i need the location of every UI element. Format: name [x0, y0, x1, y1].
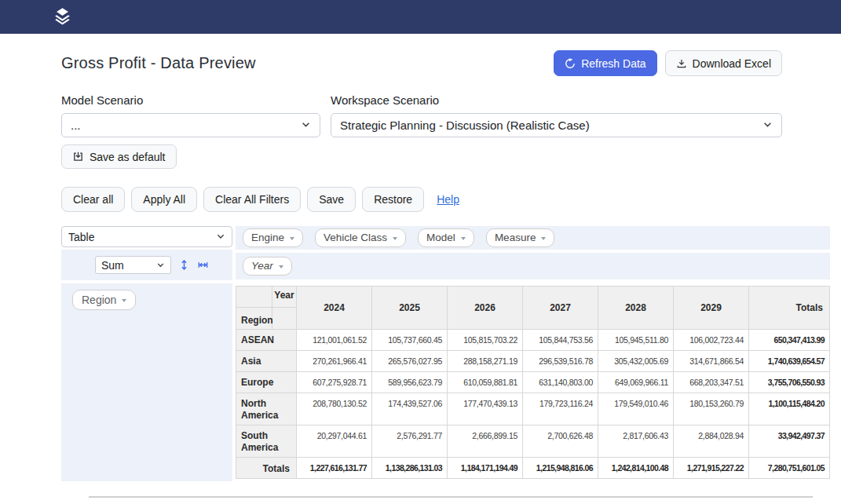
value-cell: 668,203,347.51 — [674, 372, 749, 393]
value-cell: 649,069,966.11 — [598, 372, 674, 393]
value-cell: 314,671,866.54 — [674, 351, 749, 372]
field-chip-region[interactable]: Region — [72, 290, 136, 310]
row-total-cell: 33,942,497.37 — [749, 425, 830, 458]
value-cell: 179,549,010.46 — [598, 393, 674, 425]
row-total-cell: 1,740,639,654.57 — [749, 351, 830, 372]
dropdown-arrow-icon — [279, 265, 283, 268]
column-total-cell: 1,138,286,131.03 — [372, 458, 448, 479]
column-total-cell: 1,184,171,194.49 — [448, 458, 523, 479]
chevron-down-icon — [156, 259, 165, 272]
bottom-divider — [89, 496, 813, 498]
column-header-2024: 2024 — [297, 287, 372, 330]
field-chip-year[interactable]: Year — [243, 257, 292, 276]
save-icon — [72, 151, 84, 163]
aggregator-select[interactable]: Sum — [95, 256, 171, 274]
download-excel-button[interactable]: Download Excel — [665, 50, 782, 76]
model-scenario-label: Model Scenario — [61, 93, 320, 107]
dropdown-arrow-icon — [393, 237, 397, 240]
save-button[interactable]: Save — [307, 187, 356, 212]
field-chip-engine[interactable]: Engine — [243, 228, 303, 247]
row-total-cell: 1,100,115,484.20 — [749, 393, 830, 425]
help-link[interactable]: Help — [437, 193, 459, 206]
workspace-scenario-field: Workspace Scenario Strategic Planning - … — [331, 93, 782, 137]
value-cell: 2,817,606.43 — [598, 425, 674, 458]
field-chip-label: Year — [251, 261, 273, 272]
row-header-europe: Europe — [236, 372, 297, 393]
refresh-data-button[interactable]: Refresh Data — [554, 50, 656, 76]
dropdown-arrow-icon — [290, 237, 294, 240]
row-header-south-america: South America — [236, 425, 297, 458]
workspace-scenario-select[interactable]: Strategic Planning - Discussion (Realist… — [331, 113, 782, 137]
pivot-output: EngineVehicle ClassModelMeasure Year Yea… — [236, 226, 830, 481]
value-cell: 305,432,005.69 — [598, 351, 674, 372]
clear-all-filters-button[interactable]: Clear All Filters — [203, 187, 301, 212]
pivot-corner-cell — [236, 287, 272, 308]
refresh-data-label: Refresh Data — [581, 57, 645, 70]
value-cell: 288,158,271.19 — [448, 351, 523, 372]
value-cell: 105,815,703.22 — [448, 330, 523, 351]
field-chip-label: Vehicle Class — [324, 232, 387, 243]
field-chip-model[interactable]: Model — [418, 228, 474, 247]
value-cell: 2,700,626.48 — [523, 425, 598, 458]
pivot-controls: Table Sum — [61, 226, 232, 481]
value-cell: 631,140,803.00 — [523, 372, 598, 393]
row-order-button[interactable] — [178, 259, 190, 271]
save-as-default-button[interactable]: Save as default — [61, 144, 177, 169]
download-icon — [676, 58, 687, 69]
field-chip-vehicle-class[interactable]: Vehicle Class — [315, 228, 406, 247]
renderer-value: Table — [68, 231, 94, 243]
grand-total-cell: 7,280,751,601.05 — [749, 458, 830, 479]
renderer-select[interactable]: Table — [61, 226, 232, 247]
row-header-asean: ASEAN — [236, 330, 297, 351]
field-chip-label: Measure — [495, 232, 536, 243]
value-cell: 121,001,061.52 — [297, 330, 372, 351]
model-scenario-field: Model Scenario ... — [61, 93, 320, 137]
filter-toolbar: Clear all Apply All Clear All Filters Sa… — [61, 187, 841, 212]
field-chip-label: Model — [426, 232, 455, 243]
value-cell: 2,884,028.94 — [674, 425, 749, 458]
value-cell: 105,737,660.45 — [372, 330, 448, 351]
title-row: Gross Profit - Data Preview Refresh Data — [61, 50, 782, 76]
value-cell: 208,780,130.52 — [297, 393, 372, 425]
model-scenario-select[interactable]: ... — [61, 113, 320, 137]
value-cell: 106,002,723.44 — [674, 330, 749, 351]
column-total-cell: 1,271,915,227.22 — [674, 458, 749, 479]
workspace-scenario-label: Workspace Scenario — [331, 93, 782, 107]
column-header-2027: 2027 — [523, 287, 598, 330]
totals-row-header: Totals — [236, 458, 297, 479]
chevron-down-icon — [216, 231, 225, 243]
row-total-cell: 650,347,413.99 — [749, 330, 830, 351]
download-excel-label: Download Excel — [693, 57, 771, 70]
value-cell: 105,945,511.80 — [598, 330, 674, 351]
col-order-button[interactable] — [197, 259, 209, 271]
pivot-builder: Table Sum — [61, 226, 829, 481]
column-header-2028: 2028 — [598, 287, 674, 330]
model-scenario-value: ... — [71, 119, 81, 132]
value-cell: 20,297,044.61 — [297, 425, 372, 458]
row-header-north-america: North America — [236, 393, 297, 425]
dropdown-arrow-icon — [122, 299, 126, 302]
restore-button[interactable]: Restore — [362, 187, 424, 212]
field-chip-measure[interactable]: Measure — [486, 228, 555, 247]
refresh-icon — [565, 58, 576, 69]
value-cell: 177,470,439.13 — [448, 393, 523, 425]
column-header-2029: 2029 — [674, 287, 749, 330]
app-header-bar — [0, 0, 841, 34]
header-actions: Refresh Data Download Excel — [554, 50, 782, 76]
chevron-down-icon — [762, 119, 773, 132]
pivot-corner-cell-2 — [272, 308, 297, 330]
value-cell: 180,153,260.79 — [674, 393, 749, 425]
pivot-table: Year202420252026202720282029TotalsRegion… — [236, 286, 830, 479]
value-cell: 174,439,527.06 — [372, 393, 448, 425]
value-cell: 296,539,516.78 — [523, 351, 598, 372]
clear-all-button[interactable]: Clear all — [61, 187, 125, 212]
col-axis-label: Year — [272, 287, 297, 308]
aggregator-value: Sum — [101, 259, 124, 272]
apply-all-button[interactable]: Apply All — [131, 187, 197, 212]
field-chip-label: Engine — [251, 232, 284, 243]
chevron-down-icon — [301, 119, 311, 132]
save-as-default-label: Save as default — [90, 151, 166, 163]
column-total-cell: 1,242,814,100.48 — [598, 458, 674, 479]
app-logo-icon[interactable] — [52, 6, 73, 27]
value-cell: 2,666,899.15 — [448, 425, 523, 458]
